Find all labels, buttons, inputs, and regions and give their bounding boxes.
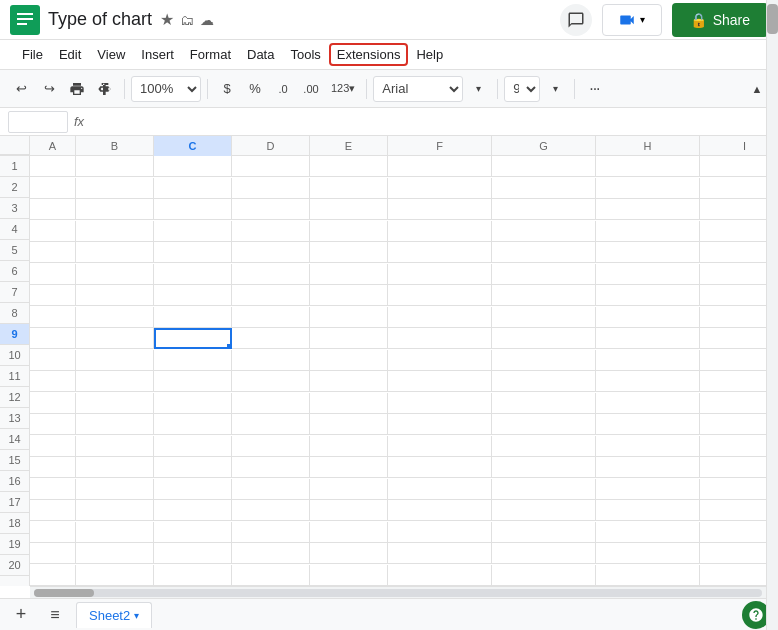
cell-B15[interactable] (76, 457, 154, 478)
cell-A9[interactable] (30, 328, 76, 349)
cell-H15[interactable] (596, 457, 700, 478)
cell-G16[interactable] (492, 479, 596, 500)
cell-C2[interactable] (154, 178, 232, 199)
cell-D19[interactable] (232, 543, 310, 564)
vertical-scrollbar[interactable] (766, 156, 778, 586)
cell-E15[interactable] (310, 457, 388, 478)
font-selector[interactable]: Arial Times New Roman Courier New (373, 76, 463, 102)
cell-H2[interactable] (596, 178, 700, 199)
cell-E11[interactable] (310, 371, 388, 392)
cell-B16[interactable] (76, 479, 154, 500)
cell-H10[interactable] (596, 350, 700, 371)
cell-D16[interactable] (232, 479, 310, 500)
row-number-9[interactable]: 9 (0, 324, 29, 345)
sheet-tab-sheet2[interactable]: Sheet2 ▾ (76, 602, 152, 628)
cell-C17[interactable] (154, 500, 232, 521)
comment-button[interactable] (560, 4, 592, 36)
cell-E7[interactable] (310, 285, 388, 306)
star-icon[interactable]: ★ (160, 10, 174, 29)
cell-A8[interactable] (30, 307, 76, 328)
cell-B12[interactable] (76, 393, 154, 414)
cell-E6[interactable] (310, 264, 388, 285)
cell-H16[interactable] (596, 479, 700, 500)
cell-E1[interactable] (310, 156, 388, 177)
row-number-18[interactable]: 18 (0, 513, 29, 534)
paint-format-button[interactable] (92, 75, 118, 103)
cell-A16[interactable] (30, 479, 76, 500)
row-number-15[interactable]: 15 (0, 450, 29, 471)
cell-C19[interactable] (154, 543, 232, 564)
col-header-B[interactable]: B (76, 136, 154, 156)
cell-B13[interactable] (76, 414, 154, 435)
cell-C3[interactable] (154, 199, 232, 220)
cell-C9[interactable] (154, 328, 232, 349)
format-more-button[interactable]: 123▾ (326, 75, 360, 103)
cell-F17[interactable] (388, 500, 492, 521)
cell-E19[interactable] (310, 543, 388, 564)
row-number-13[interactable]: 13 (0, 408, 29, 429)
font-size-selector[interactable]: 9 10 11 12 (504, 76, 540, 102)
cell-B9[interactable] (76, 328, 154, 349)
cell-D12[interactable] (232, 393, 310, 414)
menu-format[interactable]: Format (182, 43, 239, 66)
font-dropdown-button[interactable]: ▾ (465, 75, 491, 103)
cell-E12[interactable] (310, 393, 388, 414)
cell-F2[interactable] (388, 178, 492, 199)
font-size-dropdown-button[interactable]: ▾ (542, 75, 568, 103)
cell-C12[interactable] (154, 393, 232, 414)
cell-H20[interactable] (596, 565, 700, 586)
zoom-selector[interactable]: 100% 75% 50% 125% (131, 76, 201, 102)
cell-A19[interactable] (30, 543, 76, 564)
drive-icon[interactable]: 🗂 (180, 12, 194, 28)
cell-A14[interactable] (30, 436, 76, 457)
cell-C11[interactable] (154, 371, 232, 392)
cell-B5[interactable] (76, 242, 154, 263)
cell-A4[interactable] (30, 221, 76, 242)
cell-G1[interactable] (492, 156, 596, 177)
cell-E3[interactable] (310, 199, 388, 220)
cell-D9[interactable] (232, 328, 310, 349)
cell-G12[interactable] (492, 393, 596, 414)
menu-extensions[interactable]: Extensions (329, 43, 409, 66)
cell-G4[interactable] (492, 221, 596, 242)
cell-B18[interactable] (76, 522, 154, 543)
col-header-F[interactable]: F (388, 136, 492, 156)
meet-button[interactable]: ▾ (602, 4, 662, 36)
cell-F5[interactable] (388, 242, 492, 263)
row-number-1[interactable]: 1 (0, 156, 29, 177)
row-number-10[interactable]: 10 (0, 345, 29, 366)
dec-dec-button[interactable]: .00 (298, 75, 324, 103)
col-header-E[interactable]: E (310, 136, 388, 156)
cell-C16[interactable] (154, 479, 232, 500)
cell-G20[interactable] (492, 565, 596, 586)
currency-button[interactable]: $ (214, 75, 240, 103)
row-number-5[interactable]: 5 (0, 240, 29, 261)
cell-H11[interactable] (596, 371, 700, 392)
cell-F11[interactable] (388, 371, 492, 392)
cell-E2[interactable] (310, 178, 388, 199)
undo-button[interactable]: ↩ (8, 75, 34, 103)
col-header-H[interactable]: H (596, 136, 700, 156)
row-number-20[interactable]: 20 (0, 555, 29, 576)
dec-inc-button[interactable]: .0 (270, 75, 296, 103)
menu-view[interactable]: View (89, 43, 133, 66)
cell-G17[interactable] (492, 500, 596, 521)
cell-B7[interactable] (76, 285, 154, 306)
cell-H6[interactable] (596, 264, 700, 285)
cell-F10[interactable] (388, 350, 492, 371)
cell-C13[interactable] (154, 414, 232, 435)
h-scroll-track[interactable] (34, 589, 762, 597)
col-header-A[interactable]: A (30, 136, 76, 156)
cell-D20[interactable] (232, 565, 310, 586)
cell-A15[interactable] (30, 457, 76, 478)
cell-A1[interactable] (30, 156, 76, 177)
row-number-12[interactable]: 12 (0, 387, 29, 408)
cell-E20[interactable] (310, 565, 388, 586)
cell-B8[interactable] (76, 307, 154, 328)
cell-G13[interactable] (492, 414, 596, 435)
cell-G8[interactable] (492, 307, 596, 328)
cell-C4[interactable] (154, 221, 232, 242)
cell-C8[interactable] (154, 307, 232, 328)
cell-F18[interactable] (388, 522, 492, 543)
cell-B6[interactable] (76, 264, 154, 285)
